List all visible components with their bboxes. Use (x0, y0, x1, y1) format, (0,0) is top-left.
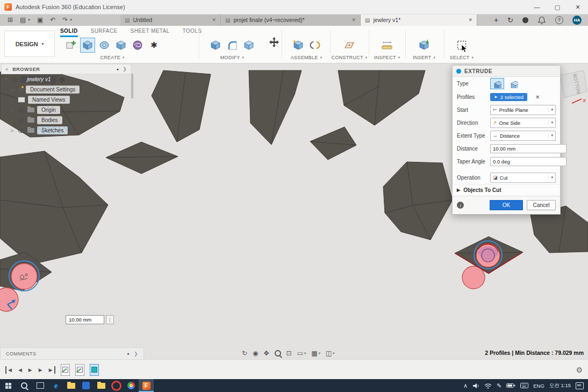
info-icon[interactable]: i (457, 202, 464, 209)
extrude-type-solid-icon[interactable] (490, 78, 504, 89)
sweep-tool[interactable] (113, 38, 128, 53)
group-label-construct[interactable]: CONSTRUCT (332, 55, 363, 60)
direction-dropdown[interactable]: ↗ One Side ▾ (490, 118, 556, 128)
grid-snaps-icon[interactable]: ▦▾ (311, 350, 320, 357)
operation-dropdown[interactable]: ◪ Cut ▾ (490, 173, 556, 183)
search-icon[interactable] (16, 379, 32, 392)
profiles-selection-chip[interactable]: ➤ 2 selected (490, 93, 527, 101)
browser-item-label[interactable]: Bodies (37, 116, 62, 124)
ok-button[interactable]: OK (490, 200, 523, 210)
browser-row-document-settings[interactable]: ▷ ⚙ Document Settings (1, 84, 131, 95)
comments-options-icon[interactable]: ● (127, 352, 130, 355)
taskbar-app-opera[interactable] (109, 379, 124, 392)
distance-input[interactable] (490, 144, 567, 153)
expander-open-icon[interactable]: ▼ (4, 77, 9, 82)
coil-tool[interactable] (130, 38, 145, 53)
timeline-play-button[interactable]: ▶ (27, 366, 34, 374)
taskbar-app-folder[interactable] (94, 379, 109, 392)
task-view-icon[interactable] (32, 379, 48, 392)
display-settings-icon[interactable]: ▭▾ (297, 350, 306, 357)
group-label-create[interactable]: CREATE (100, 55, 120, 60)
browser-row-sketches[interactable]: ▷ Sketches (1, 125, 131, 136)
save-icon[interactable]: ▣ (37, 16, 43, 24)
group-label-inspect[interactable]: INSPECT (374, 55, 396, 60)
timeline-extrude-feature-selected[interactable] (90, 364, 99, 376)
expander-icon[interactable]: ▷ (10, 87, 15, 92)
redo-caret-icon[interactable]: ▾ (70, 18, 72, 22)
thread-tool[interactable]: ✱ (147, 38, 162, 53)
app-grid-icon[interactable]: ⊞ (8, 16, 13, 24)
online-status-icon[interactable] (522, 17, 528, 23)
timeline-go-start-button[interactable]: ◀ (5, 366, 13, 374)
dimension-input[interactable] (66, 315, 104, 324)
pen-icon[interactable]: ✎ (497, 382, 501, 389)
visibility-eye-icon[interactable] (18, 117, 25, 124)
expander-icon[interactable]: ▷ (10, 128, 15, 133)
minimize-button[interactable]: — (527, 0, 547, 14)
expander-icon[interactable]: ▷ (10, 108, 15, 112)
close-tab-icon[interactable]: ✕ (464, 17, 472, 23)
tab-sheet-metal[interactable]: SHEET METAL (131, 28, 170, 37)
dimension-options-icon[interactable]: ⋮ (106, 315, 114, 324)
extent-type-dropdown[interactable]: ↔ Distance ▾ (490, 131, 556, 141)
revolve-tool[interactable] (97, 38, 112, 53)
browser-root-row[interactable]: ▼ jewlery v1 ◎ (1, 74, 131, 84)
fillet-tool[interactable] (225, 38, 240, 53)
network-icon[interactable] (484, 383, 492, 389)
dialog-header[interactable]: EXTRUDE (453, 66, 560, 77)
extrude-type-thin-icon[interactable] (507, 78, 521, 89)
account-avatar[interactable]: HA (572, 16, 582, 25)
construct-plane-tool[interactable] (342, 38, 357, 53)
file-menu-caret-icon[interactable]: ▾ (28, 18, 30, 22)
pan-icon[interactable]: ✥ (264, 350, 269, 357)
visibility-eye-icon[interactable] (18, 106, 25, 113)
extrude-tool[interactable] (80, 38, 95, 53)
orbit-icon[interactable]: ↻ (242, 350, 247, 357)
visibility-eye-icon[interactable] (11, 76, 18, 83)
objects-to-cut-section[interactable]: ▶ Objects To Cut (453, 184, 560, 196)
doc-tab-untitled[interactable]: ▤ Untitled ✕ (120, 14, 221, 26)
viewports-icon[interactable]: ◫▾ (326, 350, 335, 357)
expander-icon[interactable]: ▶ (457, 188, 460, 193)
start-button[interactable] (0, 379, 16, 392)
comments-expand-icon[interactable]: ❯ (134, 351, 138, 357)
doc-tab-jewlery-v1[interactable]: ▤ jewlery v1* ✕ (361, 14, 477, 26)
tab-surface[interactable]: SURFACE (91, 28, 118, 37)
group-label-select[interactable]: SELECT (450, 55, 470, 60)
browser-item-label[interactable]: Origin (37, 106, 60, 114)
doc-tab-projet-finale[interactable]: ▤ projet finale (v4~recovered)* ✕ (221, 14, 361, 26)
timeline-settings-gear-icon[interactable]: ⚙ (576, 366, 583, 374)
expander-icon[interactable]: ▷ (10, 118, 15, 123)
move-copy-tool[interactable] (267, 35, 283, 52)
tab-solid[interactable]: SOLID (60, 28, 78, 37)
cancel-button[interactable]: Cancel (527, 200, 556, 210)
browser-row-bodies[interactable]: ▷ Bodies (1, 115, 131, 125)
group-label-modify[interactable]: MODIFY (220, 55, 240, 60)
close-tab-icon[interactable]: ✕ (347, 17, 356, 23)
workspace-switcher[interactable]: DESIGN ▾ (4, 31, 55, 57)
new-tab-icon[interactable]: + (494, 16, 498, 24)
taper-angle-input[interactable] (490, 157, 567, 166)
browser-item-label[interactable]: Document Settings (26, 85, 80, 94)
browser-header[interactable]: « BROWSER ● ❯ (1, 64, 131, 74)
collapse-panel-icon[interactable]: « (5, 66, 9, 72)
bell-icon[interactable] (537, 16, 546, 24)
timeline-go-end-button[interactable]: ▶ (47, 366, 55, 374)
zoom-icon[interactable] (275, 350, 281, 357)
new-component-tool[interactable] (291, 38, 306, 53)
panel-resize-handle[interactable]: ❯ (123, 67, 127, 72)
view-cube[interactable]: BOTTOM X (557, 69, 588, 111)
close-tab-icon[interactable]: ✕ (207, 17, 216, 23)
taskbar-app-chrome[interactable] (124, 379, 139, 392)
create-sketch-tool[interactable] (63, 38, 78, 53)
group-label-assemble[interactable]: ASSEMBLE (291, 55, 318, 60)
close-button[interactable]: ✕ (568, 0, 588, 14)
taskbar-app-blue-tile[interactable] (78, 379, 94, 392)
group-label-insert[interactable]: INSERT (413, 55, 432, 60)
job-status-icon[interactable]: ↻ (507, 16, 513, 24)
shell-tool[interactable] (241, 38, 256, 53)
comments-bar[interactable]: COMMENTS ● ❯ (0, 347, 144, 360)
expander-icon[interactable]: ▷ (10, 97, 15, 102)
undo-icon[interactable]: ↶ (50, 16, 55, 24)
timeline-sketch-feature-1[interactable] (61, 364, 70, 376)
